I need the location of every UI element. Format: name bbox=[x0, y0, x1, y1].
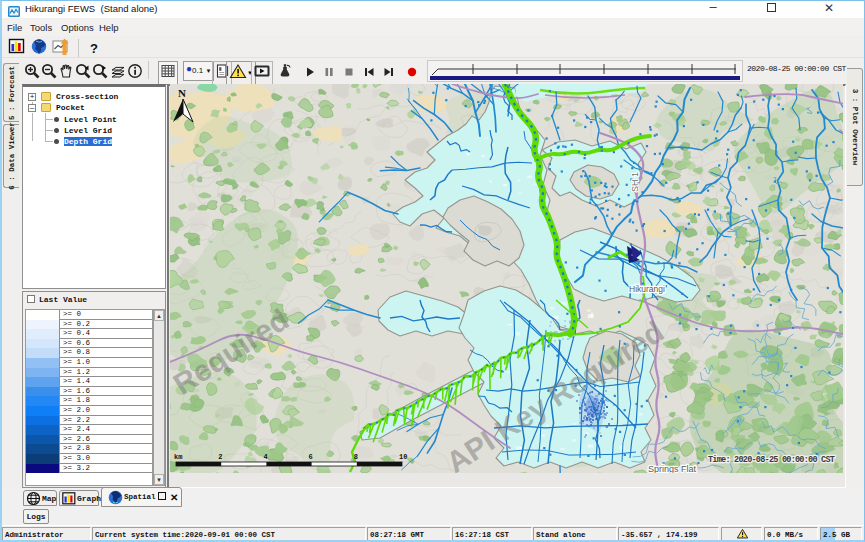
svg-text:8: 8 bbox=[354, 453, 358, 461]
svg-text:Time: 2020-08-25 00:00:00 CST: Time: 2020-08-25 00:00:00 CST bbox=[708, 455, 835, 465]
svg-text:Springs Flat: Springs Flat bbox=[648, 464, 697, 473]
svg-text:SH 1: SH 1 bbox=[630, 172, 640, 192]
svg-text:6: 6 bbox=[309, 453, 313, 461]
svg-text:Hikurangi: Hikurangi bbox=[629, 284, 665, 294]
svg-text:2: 2 bbox=[218, 453, 222, 461]
svg-text:4: 4 bbox=[263, 453, 267, 461]
svg-text:10: 10 bbox=[399, 453, 407, 461]
svg-text:km: km bbox=[174, 453, 182, 461]
svg-text:N: N bbox=[178, 87, 186, 99]
